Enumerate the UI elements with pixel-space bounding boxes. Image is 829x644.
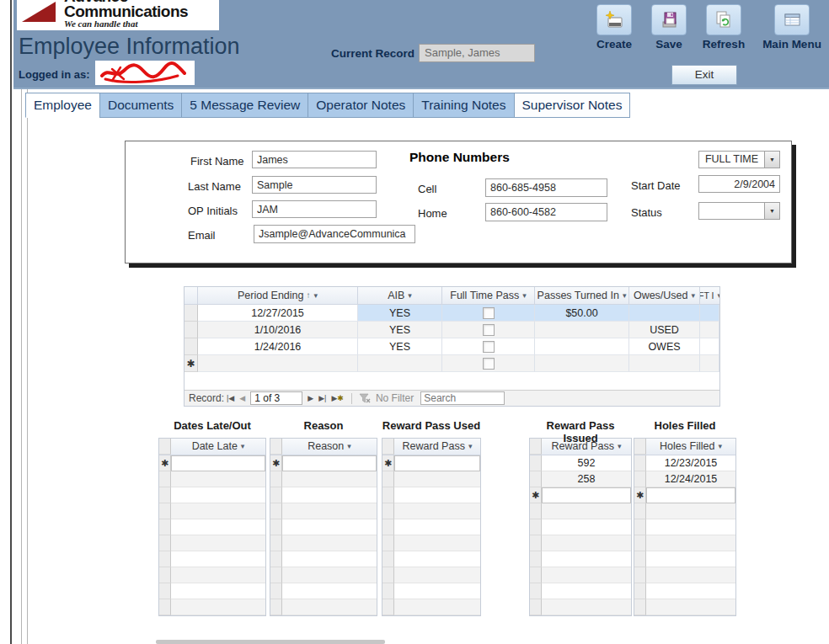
table-row[interactable]: 12/27/2015YES$50.00 xyxy=(185,305,719,322)
chevron-down-icon[interactable]: ▾ xyxy=(717,287,719,304)
chevron-down-icon[interactable]: ▾ xyxy=(241,439,245,455)
employment-type-combo[interactable]: FULL TIME ▼ xyxy=(698,151,780,168)
chevron-down-icon[interactable]: ▾ xyxy=(522,287,527,304)
empty-row[interactable] xyxy=(159,519,265,535)
chevron-down-icon[interactable]: ▾ xyxy=(468,439,473,455)
table-row[interactable]: 12/23/2015 xyxy=(634,455,735,471)
new-record-row[interactable]: ✱ xyxy=(530,487,631,503)
tab-5-message-review[interactable]: 5 Message Review xyxy=(181,93,308,118)
empty-row[interactable] xyxy=(382,583,480,599)
empty-row[interactable] xyxy=(159,535,265,551)
last-record-icon[interactable]: ▶| xyxy=(318,394,326,402)
empty-row[interactable] xyxy=(634,551,735,567)
empty-row[interactable] xyxy=(530,535,631,551)
empty-row[interactable] xyxy=(530,583,631,599)
empty-row[interactable] xyxy=(270,599,377,615)
chevron-down-icon[interactable]: ▾ xyxy=(692,287,696,304)
empty-row[interactable] xyxy=(270,567,377,583)
column-header-period-ending[interactable]: Period Ending ↑ ▾ xyxy=(198,287,358,304)
chevron-down-icon[interactable]: ▾ xyxy=(347,439,351,455)
chevron-down-icon[interactable]: ▾ xyxy=(718,439,722,455)
new-record-row[interactable]: ✱ xyxy=(185,355,719,372)
empty-row[interactable] xyxy=(382,519,480,535)
empty-row[interactable] xyxy=(270,519,377,535)
empty-row[interactable] xyxy=(382,487,480,503)
filter-status-label[interactable]: No Filter xyxy=(376,392,414,404)
main-menu-button[interactable] xyxy=(774,4,810,35)
table-row[interactable]: 592 xyxy=(530,455,631,471)
column-header-owes-used[interactable]: Owes/Used ▾ xyxy=(629,287,700,304)
home-phone-field[interactable] xyxy=(485,203,607,221)
new-record-row[interactable]: ✱ xyxy=(634,487,735,503)
empty-row[interactable] xyxy=(530,519,631,535)
column-header-passes-turned-in[interactable]: Passes Turned In ▾ xyxy=(535,287,629,304)
empty-row[interactable] xyxy=(382,471,480,487)
empty-row[interactable] xyxy=(159,551,265,567)
tab-training-notes[interactable]: Training Notes xyxy=(413,93,514,118)
first-record-icon[interactable]: |◀ xyxy=(227,394,234,402)
table-row[interactable]: 1/10/2016YESUSED xyxy=(185,322,719,338)
full-time-pass-checkbox[interactable] xyxy=(483,341,495,353)
empty-row[interactable] xyxy=(270,535,377,551)
status-dropdown-icon[interactable]: ▼ xyxy=(764,203,779,219)
previous-record-icon[interactable]: ◀ xyxy=(239,394,245,402)
chevron-down-icon[interactable]: ▾ xyxy=(618,439,622,455)
tab-employee[interactable]: Employee xyxy=(25,93,100,118)
empty-row[interactable] xyxy=(382,503,480,519)
employment-type-dropdown-icon[interactable]: ▼ xyxy=(764,152,779,168)
empty-row[interactable] xyxy=(159,487,265,503)
empty-row[interactable] xyxy=(530,503,631,519)
table-row[interactable]: 12/24/2015 xyxy=(634,471,735,487)
empty-row[interactable] xyxy=(382,567,480,583)
empty-row[interactable] xyxy=(382,551,480,567)
refresh-button[interactable] xyxy=(706,4,741,35)
tab-documents[interactable]: Documents xyxy=(99,93,182,118)
chevron-down-icon[interactable]: ▾ xyxy=(408,287,412,304)
tab-supervisor-notes[interactable]: Supervisor Notes xyxy=(514,93,631,118)
column-header-ft[interactable]: FT I ▾ xyxy=(700,287,719,304)
empty-row[interactable] xyxy=(634,583,735,599)
empty-row[interactable] xyxy=(159,599,265,615)
cell-phone-field[interactable] xyxy=(485,178,607,197)
email-field[interactable] xyxy=(254,225,415,243)
create-button[interactable] xyxy=(596,4,632,35)
full-time-pass-checkbox[interactable] xyxy=(483,358,495,370)
new-record-row[interactable]: ✱ xyxy=(159,455,265,471)
start-date-field[interactable] xyxy=(698,175,780,193)
empty-row[interactable] xyxy=(159,471,265,487)
search-input[interactable] xyxy=(420,391,505,405)
op-initials-field[interactable] xyxy=(252,200,377,218)
empty-row[interactable] xyxy=(634,567,735,583)
new-record-row[interactable]: ✱ xyxy=(382,455,480,471)
filter-icon[interactable] xyxy=(359,393,371,404)
empty-row[interactable] xyxy=(270,487,377,503)
tab-operator-notes[interactable]: Operator Notes xyxy=(308,93,414,118)
empty-row[interactable] xyxy=(530,599,631,615)
column-header-aib[interactable]: AIB ▾ xyxy=(358,287,442,304)
table-row[interactable]: 1/24/2016YESOWES xyxy=(185,338,719,355)
new-record-row[interactable]: ✱ xyxy=(270,455,377,471)
table-row[interactable]: 258 xyxy=(530,471,631,487)
record-position[interactable]: 1 of 3 xyxy=(250,391,302,405)
empty-row[interactable] xyxy=(634,599,735,615)
empty-row[interactable] xyxy=(270,503,377,519)
empty-row[interactable] xyxy=(634,503,735,519)
column-header-full-time-pass[interactable]: Full Time Pass ▾ xyxy=(442,287,535,304)
empty-row[interactable] xyxy=(382,599,480,615)
next-record-icon[interactable]: ▶ xyxy=(308,394,313,402)
full-time-pass-checkbox[interactable] xyxy=(483,324,495,336)
save-button[interactable] xyxy=(651,4,687,35)
empty-row[interactable] xyxy=(270,471,377,487)
empty-row[interactable] xyxy=(270,583,377,599)
chevron-down-icon[interactable]: ▾ xyxy=(314,287,318,304)
full-time-pass-checkbox[interactable] xyxy=(483,307,495,319)
new-record-icon[interactable]: ▶✱ xyxy=(331,394,343,402)
first-name-field[interactable] xyxy=(252,151,377,168)
empty-row[interactable] xyxy=(270,551,377,567)
empty-row[interactable] xyxy=(530,551,631,567)
new-record-indicator[interactable]: ✱ xyxy=(185,355,198,372)
empty-row[interactable] xyxy=(634,535,735,551)
empty-row[interactable] xyxy=(382,535,480,551)
empty-row[interactable] xyxy=(159,503,265,519)
chevron-down-icon[interactable]: ▾ xyxy=(623,287,627,304)
